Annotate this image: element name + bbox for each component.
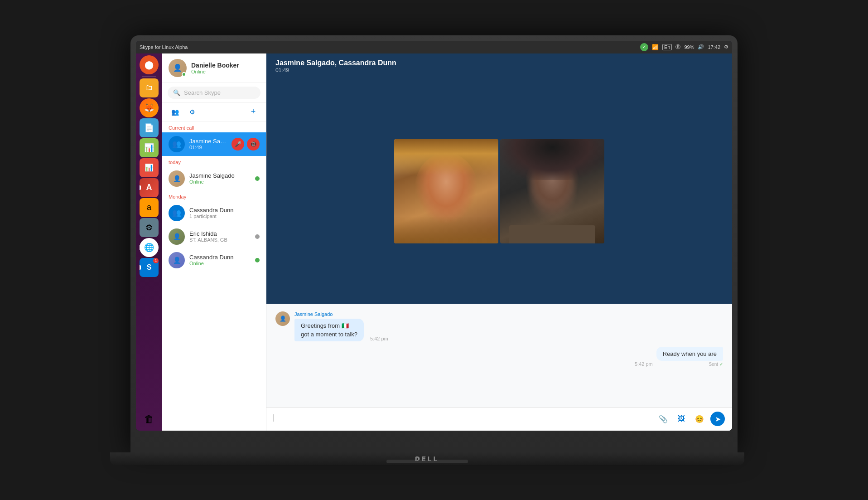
message-line-2: got a moment to talk? xyxy=(301,331,357,338)
video-tile-2 xyxy=(500,139,604,243)
settings-icon[interactable]: ⚙ xyxy=(724,44,728,50)
add-button[interactable]: + xyxy=(247,106,260,118)
taskbar-calc-icon[interactable]: 📊 xyxy=(140,138,159,157)
system-tray: ✓ 📶 En Ⓑ 99% 🔊 17:42 ⚙ xyxy=(640,43,728,51)
conv-cassandra-group[interactable]: 👥 Cassandra Dunn 1 participant xyxy=(162,201,266,225)
cassandra-group-sub: 1 participant xyxy=(189,214,260,219)
eric-status-dot xyxy=(255,234,260,239)
taskbar-chrome-icon[interactable]: 🌐 xyxy=(140,238,159,257)
sent-message-content: Ready when you are Sent ✓ xyxy=(656,347,723,367)
contacts-button[interactable]: 👥 xyxy=(169,106,181,118)
sent-message-time: 5:42 pm xyxy=(635,361,653,367)
app-title: Skype for Linux Alpha xyxy=(140,44,188,50)
message-group-received: 👤 Jasmine Salgado Greetings from 🇮🇹 xyxy=(275,311,723,341)
attach-icon: 📎 xyxy=(659,415,668,423)
settings-button[interactable]: ⚙ xyxy=(186,106,198,118)
ubuntu-taskbar: ⬤ 🗂 🦊 📄 📊 xyxy=(136,53,162,431)
message-row-1: Greetings from 🇮🇹 got a moment to talk? … xyxy=(294,319,723,341)
bluetooth-icon: Ⓑ xyxy=(675,44,680,50)
emoji-button[interactable]: 😊 xyxy=(692,412,707,426)
clock: 17:42 xyxy=(708,44,720,50)
received-message-time: 5:42 pm xyxy=(370,336,388,341)
chat-area: 👤 Jasmine Salgado Greetings from 🇮🇹 xyxy=(266,304,732,431)
profile-status: Online xyxy=(191,69,239,74)
message-bubble-group: Greetings from 🇮🇹 got a moment to talk? xyxy=(294,319,364,341)
taskbar-ubuntu-icon[interactable]: ⬤ xyxy=(140,55,159,74)
taskbar-chrome-arrow xyxy=(140,245,141,250)
sidebar-toolbar: 👥 ⚙ + xyxy=(162,103,266,121)
video-face-2 xyxy=(500,139,604,243)
send-button[interactable]: ➤ xyxy=(710,412,725,426)
current-call-label: Current call xyxy=(162,121,266,132)
messages-container: 👤 Jasmine Salgado Greetings from 🇮🇹 xyxy=(266,304,732,407)
call-participants-title: Jasmine Salgado, Cassandra Dunn xyxy=(275,59,723,67)
eric-name: Eric Ishida xyxy=(189,230,251,237)
video-grid xyxy=(394,139,604,243)
wifi-icon: 📶 xyxy=(652,44,659,50)
cassandra-group-avatar: 👥 xyxy=(169,205,185,221)
conv-cassandra-person[interactable]: 👤 Cassandra Dunn Online xyxy=(162,248,266,272)
volume-icon: 🔊 xyxy=(698,44,704,50)
taskbar-divider xyxy=(142,76,156,77)
end-call-button[interactable]: 📵 xyxy=(247,138,260,150)
taskbar-settings-icon[interactable]: ⚙ xyxy=(140,218,159,237)
search-icon: 🔍 xyxy=(173,89,180,96)
mute-icon: 🎤 xyxy=(235,141,241,147)
sent-status: Sent ✓ xyxy=(656,362,723,367)
jasmine-message-avatar: 👤 xyxy=(275,311,290,326)
profile-status-dot xyxy=(182,72,186,77)
send-icon: ➤ xyxy=(715,415,721,423)
taskbar-skype-icon[interactable]: S 1 xyxy=(140,258,159,277)
eric-sub: ST. ALBANS, GB xyxy=(189,237,251,243)
profile-avatar-container: 👤 xyxy=(169,59,187,77)
taskbar-arrow xyxy=(140,185,141,190)
current-call-item[interactable]: 👥 Jasmine Salgado, Ca... 01:49 🎤 xyxy=(162,132,266,156)
add-icon: + xyxy=(251,107,256,117)
end-call-icon: 📵 xyxy=(250,141,257,147)
mute-button[interactable]: 🎤 xyxy=(231,138,244,150)
emoji-icon: 😊 xyxy=(695,415,704,423)
attach-file-button[interactable]: 📎 xyxy=(656,412,670,426)
group-icon: 👥 xyxy=(172,209,181,217)
taskbar-texteditor-icon[interactable]: 📄 xyxy=(140,118,159,137)
today-label: today xyxy=(162,156,266,167)
conv-jasmine-sub: Online xyxy=(189,179,251,184)
current-call-time: 01:49 xyxy=(189,145,227,150)
conv-eric-ishida[interactable]: 👤 Eric Ishida ST. ALBANS, GB xyxy=(162,225,266,248)
taskbar-impress-icon[interactable]: 📊 xyxy=(140,158,159,177)
system-topbar: Skype for Linux Alpha ✓ 📶 En Ⓑ 99% 🔊 17:… xyxy=(136,41,732,53)
hair-top-2 xyxy=(500,139,604,180)
shoulders-2 xyxy=(509,225,595,243)
conv-jasmine-salgado[interactable]: 👤 Jasmine Salgado Online xyxy=(162,167,266,190)
input-cursor xyxy=(274,414,274,422)
message-sender-name: Jasmine Salgado xyxy=(294,311,723,317)
video-tile-1 xyxy=(394,139,498,243)
call-duration: 01:49 xyxy=(275,67,723,73)
video-face-1 xyxy=(394,139,498,243)
call-header: Jasmine Salgado, Cassandra Dunn 01:49 xyxy=(266,53,732,79)
taskbar-files-icon[interactable]: 🗂 xyxy=(140,78,159,97)
current-call-name: Jasmine Salgado, Ca... xyxy=(189,138,227,145)
dell-logo: DELL xyxy=(415,455,439,462)
monday-label: Monday xyxy=(162,190,266,201)
keyboard-lang: En xyxy=(662,44,672,50)
jasmine-status-dot xyxy=(255,176,260,181)
hair-bottom-1 xyxy=(394,216,498,243)
call-controls: 🎤 📵 xyxy=(231,138,260,150)
message-group-sent: 5:42 pm Ready when you are Sent ✓ xyxy=(275,347,723,367)
conv-jasmine-avatar: 👤 xyxy=(169,170,185,187)
input-wrapper xyxy=(274,414,652,423)
cassandra-person-info: Cassandra Dunn Online xyxy=(189,254,251,266)
taskbar-redapp-icon[interactable]: A xyxy=(140,178,159,197)
search-placeholder: Search Skype xyxy=(184,89,221,96)
taskbar-amazon-icon[interactable]: a xyxy=(140,198,159,217)
gear-icon: ⚙ xyxy=(189,108,195,116)
taskbar-firefox-icon[interactable]: 🦊 xyxy=(140,98,159,117)
video-attach-button[interactable]: 🖼 xyxy=(674,412,689,426)
skype-sidebar: 👤 Danielle Booker Online xyxy=(162,53,266,431)
battery-level: 99% xyxy=(684,44,694,50)
sent-label: Sent xyxy=(709,362,718,367)
laptop-base: DELL xyxy=(110,452,744,465)
taskbar-trash-icon[interactable]: 🗑 xyxy=(140,410,159,429)
search-box[interactable]: 🔍 Search Skype xyxy=(168,87,260,99)
